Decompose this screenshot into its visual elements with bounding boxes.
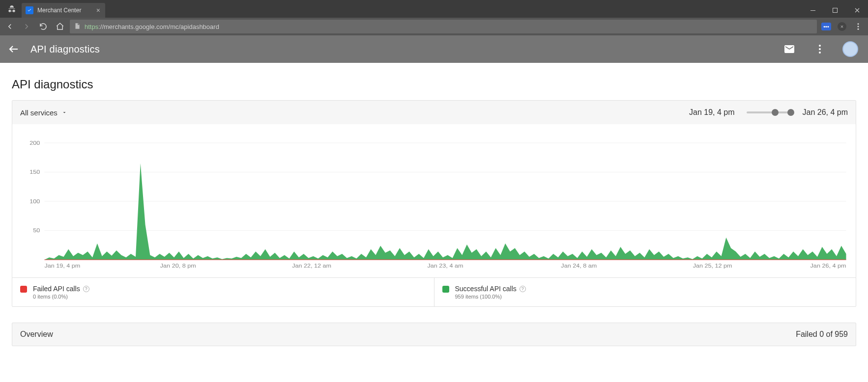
incognito-icon [6, 3, 18, 15]
address-text: https://merchants.google.com/mc/apidashb… [85, 23, 219, 30]
appbar-more-button[interactable] [810, 39, 830, 59]
chart-legend: Failed API calls? 0 items (0.0%) Success… [12, 277, 856, 306]
svg-rect-1 [833, 8, 837, 13]
legend-failed[interactable]: Failed API calls? 0 items (0.0%) [12, 278, 434, 306]
service-filter-dropdown[interactable]: All services [20, 109, 67, 117]
range-end-label: Jan 26, 4 pm [803, 108, 848, 117]
browser-toolbar: https://merchants.google.com/mc/apidashb… [0, 18, 868, 35]
svg-point-6 [819, 48, 821, 50]
address-bar[interactable]: https://merchants.google.com/mc/apidashb… [70, 20, 817, 33]
svg-text:100: 100 [29, 198, 40, 205]
window-close-button[interactable] [846, 3, 868, 18]
legend-success[interactable]: Successful API calls? 959 items (100.0%) [434, 278, 856, 306]
home-button[interactable] [53, 20, 67, 33]
range-handle-end[interactable] [787, 109, 794, 116]
service-filter-label: All services [20, 109, 58, 117]
legend-success-swatch-icon [442, 286, 449, 293]
svg-text:Jan 25, 12 pm: Jan 25, 12 pm [693, 263, 732, 269]
reload-button[interactable] [36, 20, 50, 33]
svg-text:Jan 26, 4 pm: Jan 26, 4 pm [810, 263, 846, 269]
svg-point-3 [858, 26, 859, 27]
browser-tabstrip: Merchant Center × [0, 0, 868, 18]
tab-close-icon[interactable]: × [96, 7, 100, 14]
legend-success-title: Successful API calls [455, 285, 517, 293]
date-range-slider[interactable] [747, 111, 791, 113]
svg-text:Jan 23, 4 am: Jan 23, 4 am [427, 263, 463, 269]
appbar-back-button[interactable] [8, 43, 20, 55]
svg-text:200: 200 [29, 140, 40, 146]
overview-bar[interactable]: Overview Failed 0 of 959 [12, 323, 856, 346]
svg-rect-0 [810, 10, 815, 11]
svg-text:Jan 19, 4 pm: Jan 19, 4 pm [44, 263, 80, 269]
notifications-mail-icon[interactable] [780, 39, 799, 59]
dropdown-caret-icon [61, 109, 67, 115]
svg-text:150: 150 [29, 169, 40, 175]
legend-failed-swatch-icon [20, 286, 27, 293]
tab-title: Merchant Center [37, 7, 81, 14]
appbar-title: API diagnostics [30, 44, 100, 55]
api-calls-chart: 50100150200Jan 19, 4 pmJan 20, 8 pmJan 2… [16, 132, 852, 274]
page-info-icon[interactable] [74, 23, 81, 31]
svg-point-4 [858, 28, 859, 30]
range-start-label: Jan 19, 4 pm [689, 108, 735, 117]
chart-container: 50100150200Jan 19, 4 pmJan 20, 8 pmJan 2… [12, 124, 856, 277]
svg-point-2 [858, 23, 859, 25]
svg-text:Jan 24, 8 am: Jan 24, 8 am [561, 263, 597, 269]
browser-menu-button[interactable] [851, 20, 865, 33]
account-avatar[interactable] [840, 39, 860, 59]
legend-failed-sub: 0 items (0.0%) [33, 294, 89, 300]
app-bar: API diagnostics [0, 35, 868, 63]
svg-text:Jan 20, 8 pm: Jan 20, 8 pm [160, 263, 196, 269]
page-content: API diagnostics All services Jan 19, 4 p… [0, 63, 868, 382]
browser-tab[interactable]: Merchant Center × [22, 3, 105, 18]
range-handle-start[interactable] [772, 109, 779, 116]
help-icon[interactable]: ? [520, 286, 526, 292]
svg-point-5 [819, 45, 821, 47]
overview-summary: Failed 0 of 959 [796, 330, 848, 339]
window-minimize-button[interactable] [802, 3, 824, 18]
svg-text:Jan 22, 12 am: Jan 22, 12 am [292, 263, 331, 269]
filter-bar: All services Jan 19, 4 pm Jan 26, 4 pm [12, 101, 856, 124]
tab-favicon-icon [26, 6, 33, 14]
svg-text:50: 50 [33, 227, 40, 234]
nav-forward-button[interactable] [20, 20, 33, 33]
svg-point-7 [819, 52, 821, 54]
page-title: API diagnostics [12, 78, 856, 91]
window-maximize-button[interactable] [824, 3, 846, 18]
extension-1-icon[interactable]: ••• [820, 20, 833, 33]
nav-back-button[interactable] [3, 20, 17, 33]
chart-card: All services Jan 19, 4 pm Jan 26, 4 pm 5… [12, 100, 856, 307]
legend-failed-title: Failed API calls [33, 285, 80, 293]
help-icon[interactable]: ? [83, 286, 89, 292]
legend-success-sub: 959 items (100.0%) [455, 294, 526, 300]
extension-2-icon[interactable]: × [836, 20, 848, 33]
overview-title: Overview [20, 330, 53, 339]
